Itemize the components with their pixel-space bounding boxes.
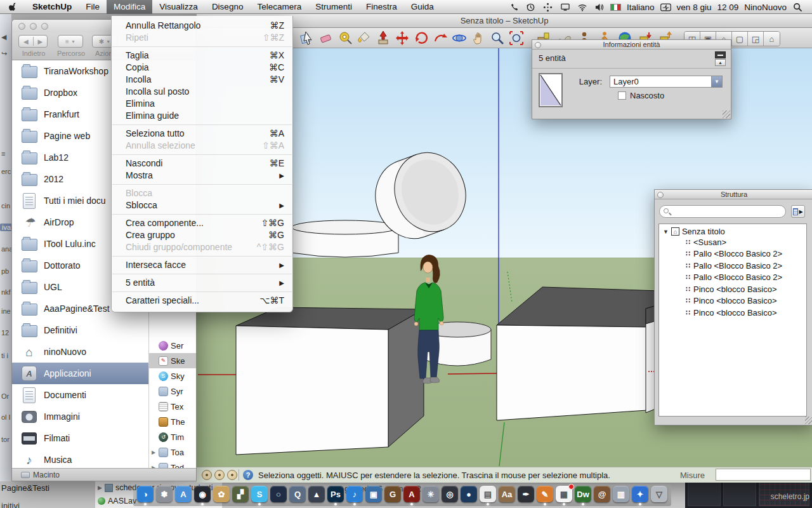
dock-item-ink-app[interactable]: ✒ <box>518 486 534 502</box>
menubar-item-0[interactable]: SketchUp <box>25 0 79 14</box>
menu-item-23[interactable]: Interseca facce▶ <box>112 259 292 271</box>
textedit-icon[interactable]: ▤ <box>480 486 496 502</box>
model-credit-icon-2[interactable] <box>214 470 225 480</box>
dock-item-dreamweaver[interactable]: Dw <box>575 486 591 502</box>
sidebar-item-16[interactable]: Immagini <box>12 406 148 427</box>
view-back-button[interactable]: ◲ <box>748 32 764 46</box>
entity-info-titlebar[interactable]: Informazioni entità <box>532 40 731 50</box>
system-preferences-icon[interactable]: ✽ <box>156 486 173 502</box>
close-icon[interactable] <box>18 23 25 30</box>
zoom-tool-icon[interactable] <box>490 30 505 46</box>
trash-icon[interactable]: ▽ <box>651 486 667 502</box>
screen-sharing-icon[interactable]: ▣ <box>365 486 382 502</box>
menubar-item-5[interactable]: Telecamera <box>250 0 308 14</box>
dock-item-rocket-app[interactable]: ▲ <box>308 486 325 502</box>
camera-app-icon[interactable]: ◎ <box>442 486 458 502</box>
menubar-user[interactable]: NinoNuovo <box>744 3 787 12</box>
dock-item-itunes[interactable]: ♪ <box>346 486 363 502</box>
dock-item-finder[interactable]: ◑ <box>137 486 154 502</box>
menu-item-6[interactable]: Incolla sul posto <box>112 86 292 98</box>
tree-item-5[interactable]: ∷Pinco <blocco Basico> <box>659 295 806 307</box>
spotlight-icon[interactable] <box>792 2 803 13</box>
menu-item-3[interactable]: Taglia⌘X <box>112 50 292 62</box>
disclosure-open-icon[interactable]: ▼ <box>663 229 669 235</box>
rocket-app-icon[interactable]: ▲ <box>308 486 325 502</box>
eraser-tool-icon[interactable] <box>318 30 334 46</box>
iphoto-icon[interactable]: ✿ <box>213 486 230 502</box>
menu-item-0[interactable]: Annulla Rettangolo⌘Z <box>112 20 292 32</box>
hidden-checkbox[interactable] <box>618 91 626 100</box>
menubar-item-6[interactable]: Strumenti <box>308 0 359 14</box>
measure-input[interactable] <box>716 469 811 481</box>
dock-item-app-store[interactable]: A <box>175 486 192 502</box>
user-switch-icon[interactable] <box>660 2 671 13</box>
sidebar-item-17[interactable]: Filmati <box>12 427 148 449</box>
disclosure-triangle-icon[interactable]: ▶ <box>152 450 156 455</box>
tree-item-1[interactable]: ∷Pallo <Blocco Basico 2> <box>659 248 806 260</box>
menubar-item-4[interactable]: Disegno <box>205 0 251 14</box>
dock-item-dashboard[interactable]: ◉ <box>194 486 211 502</box>
itunes-classic-icon[interactable]: ○ <box>270 486 287 502</box>
sidebar-item-14[interactable]: AApplicazioni <box>12 363 148 384</box>
menu-item-14[interactable]: Mostra▶ <box>112 170 292 182</box>
dock-item-preview[interactable]: ▥ <box>613 486 629 502</box>
minimize-icon[interactable] <box>30 23 37 30</box>
apps-column-item-7[interactable]: ▶Toa <box>149 444 197 460</box>
dock-item-screen-sharing[interactable]: ▣ <box>365 486 382 502</box>
close-icon[interactable] <box>657 192 664 198</box>
universal-access-icon[interactable] <box>542 2 553 13</box>
input-language-label[interactable]: Italiano <box>627 3 655 12</box>
menu-item-7[interactable]: Elimina <box>112 98 292 110</box>
dock-item-quicktime[interactable]: Q <box>289 486 306 502</box>
sidebar-item-12[interactable]: Definitivi <box>12 319 148 341</box>
menubar-item-1[interactable]: File <box>79 0 107 14</box>
pan-tool-icon[interactable] <box>471 30 486 46</box>
tree-item-4[interactable]: ∷Pinco <blocco Basico> <box>659 283 806 295</box>
apple-menu[interactable] <box>0 0 25 14</box>
dashboard-icon[interactable]: ◉ <box>194 486 211 502</box>
dock-item-skype[interactable]: S <box>251 486 268 502</box>
preview-icon[interactable]: ▥ <box>613 486 629 502</box>
menubar-time[interactable]: 12 09 <box>717 3 738 12</box>
dock-item-camera-app[interactable]: ◎ <box>442 486 458 502</box>
sidebar-item-15[interactable]: Documenti <box>12 384 148 406</box>
menubar-item-3[interactable]: Visualizza <box>152 0 205 14</box>
spinner-app-icon[interactable]: ✳ <box>422 486 439 502</box>
menu-item-10[interactable]: Seleziona tutto⌘A <box>112 128 292 140</box>
dock-item-system-preferences[interactable]: ✽ <box>156 486 173 502</box>
dock-item-trash[interactable]: ▽ <box>651 486 667 502</box>
zoom-icon[interactable] <box>41 23 48 30</box>
dock-item-address-book[interactable]: @ <box>594 486 610 502</box>
sidebar-item-13[interactable]: ⌂ninoNuovo <box>12 341 148 363</box>
phone-icon[interactable] <box>508 2 519 13</box>
resize-grip[interactable] <box>805 417 812 424</box>
zoom-extents-tool-icon[interactable] <box>509 30 524 46</box>
dreamweaver-icon[interactable]: Dw <box>575 486 591 502</box>
dock-item-safari[interactable]: ✦ <box>632 486 648 502</box>
apps-column-item-2[interactable]: SSky <box>149 368 197 384</box>
menu-item-27[interactable]: Caratteri speciali...⌥⌘T <box>112 295 292 307</box>
menu-item-5[interactable]: Incolla⌘V <box>112 74 292 86</box>
menu-item-19[interactable]: Crea componente...⇧⌘G <box>112 217 292 229</box>
outliner-search[interactable] <box>659 205 786 218</box>
dock-item-iphoto[interactable]: ✿ <box>213 486 230 502</box>
tree-item-6[interactable]: ∷Pinco <blocco Basico> <box>659 307 806 319</box>
tree-item-0[interactable]: ∷<Susan> <box>659 236 806 248</box>
view-left-button[interactable]: ⌂ <box>764 32 780 46</box>
menu-item-25[interactable]: 5 entità▶ <box>112 277 292 289</box>
close-icon[interactable] <box>535 42 541 48</box>
dock-item-ical[interactable]: ▦ <box>556 486 572 502</box>
dock-item-game[interactable]: ▞ <box>232 486 249 502</box>
layer-dropdown[interactable]: Layer0 ▼ <box>610 76 723 88</box>
tree-item-3[interactable]: ∷Pallo <Blocco Basico 2> <box>659 272 806 284</box>
model-credit-icon-3[interactable] <box>227 470 237 480</box>
dock-item-earth-app[interactable]: ● <box>461 486 477 502</box>
outliner-titlebar[interactable]: Struttura <box>655 190 812 199</box>
chevron-down-icon[interactable]: ▼ <box>711 76 722 87</box>
select-tool-icon[interactable] <box>299 30 315 46</box>
background-row-aaslav[interactable]: AASLav <box>98 497 136 505</box>
safari-icon[interactable]: ✦ <box>632 486 648 502</box>
resize-grip[interactable] <box>723 110 730 118</box>
acrobat-reader-icon[interactable]: A <box>403 486 420 502</box>
dictionary-icon[interactable]: Aa <box>499 486 515 502</box>
